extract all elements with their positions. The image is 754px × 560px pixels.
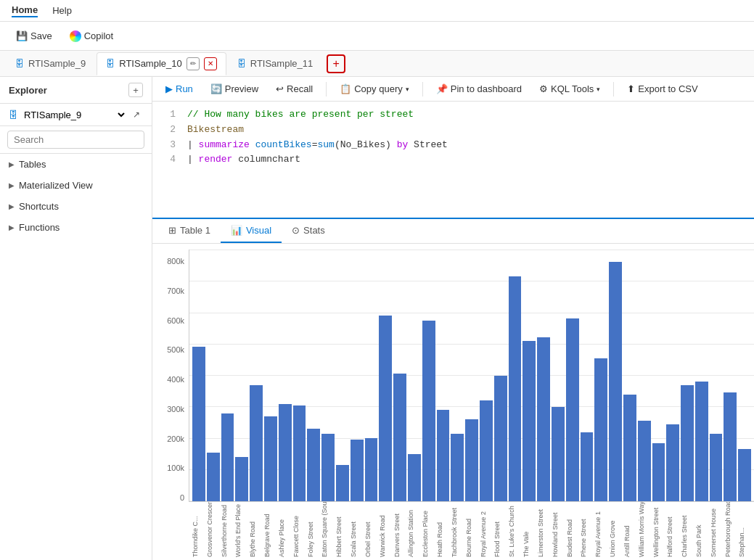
sidebar-nav: ▶ Tables ▶ Materialized View ▶ Shortcuts…: [0, 154, 152, 560]
bar-26[interactable]: [566, 318, 579, 501]
sidebar-item-label-functions: Functions: [19, 222, 60, 233]
bar-29[interactable]: [609, 262, 622, 501]
x-label-35: South Park: [695, 502, 708, 560]
sidebar-search-area: [0, 126, 152, 154]
bar-8[interactable]: [307, 429, 320, 501]
kql-caret-icon: ▾: [597, 86, 600, 93]
menu-help[interactable]: Help: [46, 2, 78, 19]
code-editor[interactable]: 1 // How many bikes are present per stre…: [152, 102, 754, 218]
external-link-icon[interactable]: ↗: [130, 108, 143, 121]
preview-button[interactable]: 🔄 Preview: [203, 80, 266, 98]
bar-28[interactable]: [594, 358, 607, 501]
chevron-right-icon-fn: ▶: [9, 223, 15, 231]
tab-edit-button[interactable]: ✏: [187, 57, 200, 70]
y-label-200k: 200k: [167, 435, 184, 443]
results-tab-stats[interactable]: ⊙ Stats: [282, 219, 335, 243]
bar-24[interactable]: [537, 337, 550, 501]
add-tab-button[interactable]: +: [327, 54, 345, 73]
bar-18[interactable]: [451, 434, 464, 501]
bar-15[interactable]: [408, 454, 421, 501]
bar-36[interactable]: [710, 434, 723, 501]
copilot-button[interactable]: Copilot: [62, 27, 120, 46]
copilot-icon: [70, 30, 81, 42]
code-line-3: 3 | summarize countBikes=sum(No_Bikes) b…: [161, 138, 745, 153]
pin-dashboard-button[interactable]: 📌 Pin to dashboard: [429, 80, 529, 98]
bar-4[interactable]: [250, 385, 263, 501]
database-select[interactable]: RTISample_9: [21, 109, 127, 121]
copy-caret-icon: ▾: [406, 86, 409, 93]
bar-14[interactable]: [393, 374, 406, 501]
save-button[interactable]: 💾 Save: [9, 27, 60, 45]
menu-home[interactable]: Home: [6, 1, 44, 20]
bar-31[interactable]: [638, 421, 651, 501]
bar-9[interactable]: [321, 434, 335, 501]
y-label-100k: 100k: [167, 464, 184, 472]
sidebar-add-button[interactable]: +: [128, 83, 143, 97]
sidebar-item-label-tables: Tables: [19, 159, 46, 170]
bar-5[interactable]: [264, 416, 277, 501]
sidebar-item-tables[interactable]: ▶ Tables: [0, 154, 152, 175]
bar-22[interactable]: [509, 276, 522, 501]
bar-7[interactable]: [293, 405, 306, 501]
bar-19[interactable]: [465, 419, 478, 501]
bar-1[interactable]: [207, 453, 220, 501]
bar-38[interactable]: [738, 449, 751, 501]
y-label-400k: 400k: [167, 375, 184, 384]
sidebar: Explorer + 🗄 RTISample_9 ↗ ▶ Tables ▶ Ma…: [0, 77, 152, 560]
sidebar-item-shortcuts[interactable]: ▶ Shortcuts: [0, 196, 152, 217]
x-label-30: Antill Road: [623, 502, 636, 560]
tab-rtisample-9[interactable]: 🗄 RTISample_9: [6, 53, 95, 74]
bar-6[interactable]: [279, 404, 292, 501]
bar-2[interactable]: [221, 413, 234, 501]
preview-icon: 🔄: [210, 83, 222, 94]
y-axis: 800k 700k 600k 500k 400k 300k 200k 100k …: [152, 250, 189, 560]
bar-20[interactable]: [480, 400, 493, 501]
y-label-800k: 800k: [167, 257, 184, 265]
bar-16[interactable]: [422, 321, 435, 501]
x-label-10: Hibbert Street: [335, 502, 348, 560]
bar-10[interactable]: [336, 465, 349, 501]
bar-34[interactable]: [681, 385, 694, 501]
bar-3[interactable]: [235, 457, 248, 501]
kql-tools-button[interactable]: ⚙ KQL Tools ▾: [532, 80, 607, 98]
bar-13[interactable]: [379, 316, 392, 501]
results-tab-table[interactable]: ⊞ Table 1: [158, 219, 221, 243]
sidebar-item-materialized-view[interactable]: ▶ Materialized View: [0, 175, 152, 196]
export-button[interactable]: ⬆ Export to CSV: [620, 80, 705, 98]
sidebar-item-label-mv: Materialized View: [19, 180, 93, 191]
query-toolbar: ▶ Run 🔄 Preview ↩ Recall 📋 Copy query ▾ …: [152, 77, 754, 102]
x-label-20: Royal Avenue 2: [480, 502, 493, 560]
bar-37[interactable]: [724, 392, 737, 501]
chart-container: 800k 700k 600k 500k 400k 300k 200k 100k …: [152, 244, 754, 560]
save-icon: 💾: [16, 30, 28, 41]
bar-32[interactable]: [652, 443, 665, 501]
stats-icon: ⊙: [292, 225, 300, 236]
recall-button[interactable]: ↩ Recall: [269, 80, 320, 98]
tab-close-button[interactable]: ✕: [204, 57, 217, 70]
bar-35[interactable]: [695, 382, 708, 501]
bar-17[interactable]: [437, 410, 450, 501]
bar-27[interactable]: [581, 432, 594, 501]
tab-rtisample-11[interactable]: 🗄 RTISample_11: [228, 53, 322, 74]
code-line-1: 1 // How many bikes are present per stre…: [161, 107, 745, 123]
bar-11[interactable]: [351, 440, 364, 501]
chart-grid: [189, 250, 754, 502]
results-tab-visual[interactable]: 📊 Visual: [221, 219, 282, 243]
bar-0[interactable]: [192, 347, 205, 501]
bar-30[interactable]: [623, 395, 636, 501]
tab-rtisample-10[interactable]: 🗄 RTISample_10 ✏ ✕: [97, 52, 226, 75]
y-label-600k: 600k: [167, 316, 184, 325]
x-label-19: Bourne Road: [465, 502, 478, 560]
bar-33[interactable]: [666, 424, 679, 501]
x-label-14: Danvers Street: [393, 502, 406, 560]
search-input[interactable]: [7, 131, 144, 149]
bar-21[interactable]: [494, 376, 507, 502]
bar-25[interactable]: [552, 407, 565, 501]
bar-12[interactable]: [365, 438, 378, 501]
bar-23[interactable]: [523, 341, 536, 501]
chevron-right-icon: ▶: [9, 160, 15, 168]
run-button[interactable]: ▶ Run: [158, 80, 200, 98]
copy-query-button[interactable]: 📋 Copy query ▾: [332, 80, 416, 98]
sidebar-item-functions[interactable]: ▶ Functions: [0, 217, 152, 238]
x-label-9: Eaton Square (South): [321, 502, 334, 560]
